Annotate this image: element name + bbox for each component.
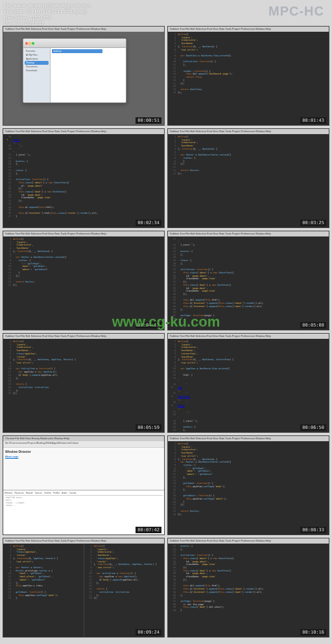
code-editor: 13 ''14 ].join(''),1516 events: {17 },18… — [168, 236, 329, 330]
timestamp: 00:02:34 — [136, 220, 161, 226]
menubar: Sublime Text File Edit Selection Find Vi… — [168, 436, 329, 441]
devtools-tab[interactable]: Sources — [35, 492, 42, 494]
devtools-tab[interactable]: Profiles — [53, 492, 60, 494]
thumbnail-6[interactable]: Sublime Text File Edit Selection Find Vi… — [167, 231, 329, 330]
menubar: Sublime Text File Edit Selection Find Vi… — [3, 231, 164, 236]
menubar: Sublime Text File Edit Selection Find Vi… — [3, 334, 164, 339]
code-editor: 1define([2 'jquery',3 'underscore',4 'ba… — [168, 134, 329, 227]
timestamp: 00:01:43 — [300, 117, 326, 124]
code-editor: 1define([2 'jquery',3 'underscore',4 'ba… — [168, 441, 329, 535]
code-editor: 1define([2 'jquery',3 'underscore',4 'ba… — [3, 339, 164, 432]
timestamp: 00:04:17 — [136, 322, 161, 328]
menubar: Sublime Text File Edit Selection Find Vi… — [3, 538, 164, 544]
code-editor: 1define([2 'jquery',3 'underscore',4 'ba… — [168, 339, 329, 432]
timestamp: 00:08:33 — [300, 527, 326, 533]
thumbnail-12[interactable]: Sublime Text File Edit Selection Find Vi… — [167, 538, 329, 638]
timestamp: 00:09:24 — [136, 629, 161, 636]
thumbnail-1[interactable]: Sublime Text File Edit Selection Find Vi… — [3, 26, 165, 126]
thumbnail-7[interactable]: Sublime Text File Edit Selection Find Vi… — [3, 333, 165, 433]
thumbnail-10[interactable]: Sublime Text File Edit Selection Find Vi… — [167, 435, 329, 535]
devtools-tab[interactable]: Network — [26, 492, 33, 494]
finder-file-selected[interactable]: router.js — [52, 49, 102, 53]
code-editor-left: 1define([2 'jquery',3 'views/appView',4 … — [3, 544, 84, 637]
minimize-icon[interactable] — [29, 42, 31, 45]
thumbnail-5[interactable]: Sublime Text File Edit Selection Find Vi… — [3, 231, 165, 330]
timestamp: 00:05:59 — [136, 424, 161, 431]
menubar: Sublime Text File Edit Selection Find Vi… — [168, 129, 329, 134]
menubar: Sublime Text File Edit Selection Find Vi… — [3, 27, 164, 32]
devtools-tab[interactable]: Console — [69, 492, 76, 494]
menubar: Sublime Text File Edit Selection Find Vi… — [3, 129, 164, 134]
thumbnail-3[interactable]: Sublime Text File Edit Selection Find Vi… — [3, 128, 165, 228]
finder-titlebar — [23, 39, 126, 48]
devtools-tab[interactable]: Audits — [62, 492, 67, 494]
menubar: Sublime Text File Edit Selection Find Vi… — [168, 538, 329, 544]
maximize-icon[interactable] — [32, 42, 34, 45]
player-title: MPC-HC — [268, 4, 324, 19]
thumbnail-grid: Sublime Text File Edit Selection Find Vi… — [3, 26, 329, 638]
nav-link-about[interactable]: About page — [5, 455, 162, 458]
code-editor: 1define([2 'jquery',3 'underscore',4 'ba… — [3, 236, 164, 330]
browser-window: file:///Users/username/Projects/Building… — [3, 441, 164, 535]
menubar: Chrome File Edit View History Bookmarks … — [3, 436, 164, 441]
thumbnail-2[interactable]: Sublime Text File Edit Selection Find Vi… — [167, 26, 329, 126]
thumbnail-9[interactable]: Chrome File Edit View History Bookmarks … — [3, 435, 165, 535]
timestamp: 00:10:16 — [300, 629, 326, 636]
timestamp: 00:05:08 — [300, 322, 326, 328]
devtools-tab[interactable]: Elements — [5, 492, 13, 494]
menubar: Sublime Text File Edit Selection Find Vi… — [168, 334, 329, 339]
address-bar[interactable]: file:///Users/username/Projects/Building… — [3, 441, 164, 448]
menubar: Sublime Text File Edit Selection Find Vi… — [168, 231, 329, 236]
code-editor: 19 events: {20 },2122 initialize: functi… — [168, 544, 329, 637]
timestamp: 00:03:25 — [300, 220, 326, 226]
file-info: File Name: BuildingJSWebApps-06.mp4 File… — [4, 3, 91, 27]
code-editor-right: 1define([2 'jquery',3 'underscore',4 'ba… — [84, 544, 165, 637]
devtools-tab[interactable]: Timeline — [44, 492, 51, 494]
timestamp: 00:06:50 — [300, 424, 326, 431]
menubar: Sublime Text File Edit Selection Find Vi… — [168, 27, 329, 32]
code-editor: 14 'About',15 '',16 ''17 ].join(''),1819… — [3, 134, 164, 227]
timestamp: 00:07:42 — [136, 527, 161, 533]
close-icon[interactable] — [25, 42, 28, 45]
timestamp: 00:00:51 — [136, 117, 161, 124]
code-editor: 1define([2 'jquery',3 'underscore',4 'ba… — [168, 32, 329, 125]
page-title: Window Director — [5, 450, 162, 454]
finder-sidebar: Favorites All My Files Applications Desk… — [23, 48, 51, 102]
thumbnail-4[interactable]: Sublime Text File Edit Selection Find Vi… — [167, 128, 329, 228]
thumbnail-8[interactable]: Sublime Text File Edit Selection Find Vi… — [167, 333, 329, 433]
devtools-tab[interactable]: Resources — [15, 492, 24, 494]
thumbnail-11[interactable]: Sublime Text File Edit Selection Find Vi… — [3, 538, 165, 638]
finder-window: Favorites All My Files Applications Desk… — [23, 38, 126, 103]
